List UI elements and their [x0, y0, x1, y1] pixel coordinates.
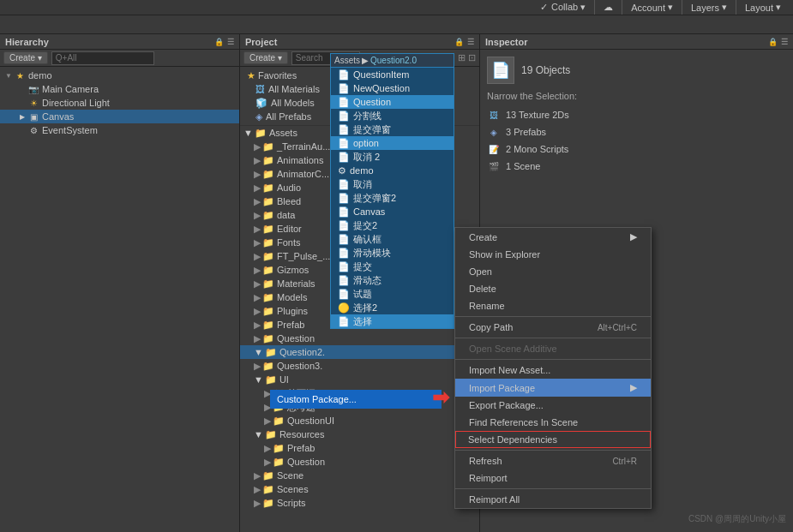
objects-count: 19 Objects	[521, 64, 570, 76]
overlay-question[interactable]: 📄 Question	[331, 95, 454, 109]
hierarchy-create-button[interactable]: Create ▾	[3, 51, 48, 64]
overlay-newquestion[interactable]: 📄 NewQuestion	[331, 81, 454, 95]
overlay-tijiao2[interactable]: 📄 提交2	[331, 218, 454, 232]
scene-label: Scene	[277, 470, 303, 481]
inspector-scene-row[interactable]: 🎬 1 Scene	[487, 158, 786, 175]
cloud-button[interactable]: ☁	[594, 0, 622, 15]
hierarchy-toolbar: Create ▾	[0, 50, 239, 67]
texture2d-icon: 🖼	[487, 108, 501, 122]
top-bar: ✓ Collab ▾ ☁ Account ▾ Layers ▾ Layout ▾	[0, 0, 793, 15]
ctx-select-deps-label: Select Dependencies	[468, 434, 557, 445]
tree-item-canvas[interactable]: ▶ ▣ Canvas	[0, 110, 239, 123]
ctx-open-scene: Open Scene Additive	[455, 340, 651, 357]
expand-arrow2: ▶	[254, 155, 261, 166]
overlay-xuanze[interactable]: 📄 选择	[331, 314, 454, 328]
overlay-huadongtai[interactable]: 📄 滑动态	[331, 273, 454, 287]
folder-question-res[interactable]: ▶ 📁 Question	[240, 455, 479, 469]
texture2d-count: 13 Texture 2Ds	[506, 110, 569, 120]
custom-package-bar[interactable]: Custom Package...	[270, 390, 442, 409]
ctx-find-refs[interactable]: Find References In Scene	[455, 414, 651, 431]
all-prefabs-label: All Prefabs	[266, 111, 311, 122]
spacer-icon2: ▶	[17, 98, 27, 108]
overlay-quxiao2[interactable]: 📄 取消 2	[331, 150, 454, 164]
overlay-tijiao[interactable]: 📄 提交	[331, 260, 454, 273]
hierarchy-search-input[interactable]	[51, 51, 154, 65]
overlay-xuanze2[interactable]: 🟡 选择2	[331, 301, 454, 314]
project-create-button[interactable]: Create ▾	[243, 51, 288, 64]
xuanze-label: 选择	[353, 315, 372, 328]
overlay-tijiaodanchuang2[interactable]: 📄 提交弹窗2	[331, 191, 454, 205]
folder-icon10: 📁	[262, 251, 274, 262]
monoscripts-count: 2 Mono Scripts	[506, 144, 568, 154]
all-models-label: All Models	[271, 98, 315, 108]
spacer-icon3: ▶	[17, 125, 27, 135]
ctx-open[interactable]: Open	[455, 263, 651, 280]
file-icon7: 📄	[338, 152, 350, 163]
tree-item-main-camera[interactable]: ▶ 📷 Main Camera	[0, 82, 239, 96]
ctx-export-package[interactable]: Export Package...	[455, 397, 651, 414]
folder-question[interactable]: ▶ 📁 Question	[240, 332, 479, 345]
folder-icon15: 📁	[262, 320, 274, 331]
folder-question3[interactable]: ▶ 📁 Question3.	[240, 359, 479, 373]
check-icon: ✓	[540, 2, 548, 13]
ctx-import-package-label: Import Package	[469, 383, 535, 393]
cloud-icon: ☁	[604, 2, 613, 13]
ctx-show-explorer[interactable]: Show in Explorer	[455, 246, 651, 263]
folder-scenes[interactable]: ▶ 📁 Scenes	[240, 482, 479, 496]
overlay-fengexian[interactable]: 📄 分割线	[331, 109, 454, 123]
folder-icon19: 📁	[265, 374, 277, 386]
ctx-reimport-all[interactable]: Reimport All	[455, 491, 651, 508]
assets-label: Assets	[269, 128, 297, 138]
ctx-rename[interactable]: Rename	[455, 297, 651, 314]
ctx-refresh[interactable]: Refresh Ctrl+R	[455, 452, 651, 469]
account-button[interactable]: Account ▾	[622, 0, 682, 15]
ctx-select-deps[interactable]: Select Dependencies	[455, 431, 651, 448]
newquestion-label: NewQuestion	[353, 83, 410, 93]
expand-arrow15: ▶	[254, 333, 261, 344]
ctx-reimport[interactable]: Reimport	[455, 469, 651, 487]
tree-item-demo[interactable]: ▼ ★ demo	[0, 69, 239, 82]
overlay-shiti[interactable]: 📄 试题	[331, 287, 454, 301]
file-icon2: 📄	[338, 83, 350, 94]
inspector-prefabs-row[interactable]: ◈ 3 Prefabs	[487, 123, 786, 140]
ctx-import-new[interactable]: Import New Asset...	[455, 362, 651, 379]
breadcrumb-arrow-icon: ▶	[362, 56, 369, 65]
overlay-demo[interactable]: ⚙ demo	[331, 164, 454, 177]
tree-item-directional-light[interactable]: ▶ ☀ Directional Light	[0, 96, 239, 110]
layers-button[interactable]: Layers ▾	[682, 0, 736, 15]
project-header: Project 🔒 ☰	[240, 34, 479, 50]
file-icon3: 📄	[338, 97, 350, 108]
folder-icon17: 📁	[265, 347, 277, 358]
inspector-monoscripts-row[interactable]: 📝 2 Mono Scripts	[487, 140, 786, 158]
file-icon11: 📄	[338, 220, 350, 231]
ui-label: UI	[279, 374, 289, 385]
ctx-import-package[interactable]: Import Package ▶	[455, 379, 651, 397]
folder-scripts[interactable]: ▶ 📁 Scripts	[240, 496, 479, 510]
file-icon13: 📄	[338, 248, 350, 259]
layout-button[interactable]: Layout ▾	[736, 0, 790, 15]
tijiao2-label: 提交2	[353, 219, 377, 232]
project-menu-icon: ☰	[467, 38, 474, 46]
hierarchy-lock-icon: 🔒	[214, 38, 224, 46]
folder-question2[interactable]: ▼ 📁 Question2.	[240, 345, 479, 359]
ctx-create[interactable]: Create ▶	[455, 228, 651, 246]
overlay-canvas[interactable]: 📄 Canvas	[331, 205, 454, 218]
overlay-tijiaodanchuang[interactable]: 📄 提交弹窗	[331, 123, 454, 136]
breadcrumb-folder: Question2.0	[370, 56, 417, 65]
overlay-questionitem[interactable]: 📄 QuestionItem	[331, 68, 454, 81]
folder-resources[interactable]: ▼ 📁 Resources	[240, 427, 479, 441]
overlay-querenk[interactable]: 📄 确认框	[331, 232, 454, 246]
ctx-copy-path[interactable]: Copy Path Alt+Ctrl+C	[455, 319, 651, 336]
collab-button[interactable]: ✓ Collab ▾	[532, 0, 594, 15]
expand-arrow7: ▶	[254, 224, 261, 235]
ctx-delete[interactable]: Delete	[455, 280, 651, 297]
overlay-huadongmokuai[interactable]: 📄 滑动模块	[331, 246, 454, 260]
tree-item-eventsystem[interactable]: ▶ ⚙ EventSystem	[0, 123, 239, 137]
inspector-textures-row[interactable]: 🖼 13 Texture 2Ds	[487, 106, 786, 123]
folder-ui[interactable]: ▼ 📁 UI	[240, 373, 479, 386]
overlay-quxiao[interactable]: 📄 取消	[331, 177, 454, 191]
folder-scene[interactable]: ▶ 📁 Scene	[240, 469, 479, 482]
folder-prefab2[interactable]: ▶ 📁 Prefab	[240, 441, 479, 455]
folder-questionui[interactable]: ▶ 📁 QuestionUI	[240, 414, 479, 427]
overlay-option[interactable]: 📄 option	[331, 136, 454, 150]
